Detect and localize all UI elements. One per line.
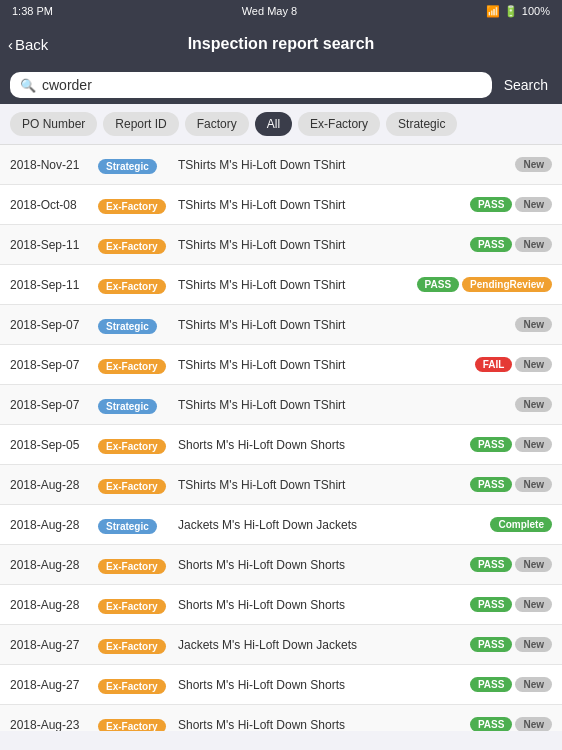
search-input[interactable]: [42, 77, 482, 93]
table-row[interactable]: 2018-Sep-07 Strategic TShirts M's Hi-Lof…: [0, 305, 562, 345]
row-badges: PASS New: [470, 717, 552, 731]
row-badges: PASS New: [470, 437, 552, 452]
row-desc: TShirts M's Hi-Loft Down TShirt: [174, 278, 417, 292]
table-row[interactable]: 2018-Aug-23 Ex-Factory Shorts M's Hi-Lof…: [0, 705, 562, 731]
tab-po-number[interactable]: PO Number: [10, 112, 97, 136]
result-badge: PASS: [470, 637, 513, 652]
table-row[interactable]: 2018-Nov-21 Strategic TShirts M's Hi-Lof…: [0, 145, 562, 185]
type-badge: Ex-Factory: [98, 279, 166, 294]
table-row[interactable]: 2018-Aug-27 Ex-Factory Jackets M's Hi-Lo…: [0, 625, 562, 665]
result-badge: PASS: [470, 717, 513, 731]
row-type: Ex-Factory: [98, 476, 174, 494]
table-row[interactable]: 2018-Aug-28 Ex-Factory TShirts M's Hi-Lo…: [0, 465, 562, 505]
row-date: 2018-Sep-07: [10, 318, 98, 332]
row-type: Ex-Factory: [98, 716, 174, 732]
status-badge: New: [515, 557, 552, 572]
type-badge: Strategic: [98, 319, 157, 334]
type-badge: Ex-Factory: [98, 359, 166, 374]
search-input-wrapper: 🔍: [10, 72, 492, 98]
row-badges: PASS New: [470, 237, 552, 252]
table-row[interactable]: 2018-Aug-28 Strategic Jackets M's Hi-Lof…: [0, 505, 562, 545]
row-desc: TShirts M's Hi-Loft Down TShirt: [174, 198, 470, 212]
status-badge: New: [515, 597, 552, 612]
row-badges: New: [515, 317, 552, 332]
table-row[interactable]: 2018-Sep-07 Ex-Factory TShirts M's Hi-Lo…: [0, 345, 562, 385]
row-type: Ex-Factory: [98, 236, 174, 254]
table-row[interactable]: 2018-Sep-05 Ex-Factory Shorts M's Hi-Lof…: [0, 425, 562, 465]
search-button[interactable]: Search: [500, 75, 552, 95]
row-date: 2018-Aug-28: [10, 478, 98, 492]
table-row[interactable]: 2018-Sep-11 Ex-Factory TShirts M's Hi-Lo…: [0, 225, 562, 265]
row-date: 2018-Aug-23: [10, 718, 98, 732]
battery-icon: 🔋: [504, 5, 518, 18]
page-title: Inspection report search: [188, 35, 375, 53]
row-type: Ex-Factory: [98, 196, 174, 214]
row-type: Ex-Factory: [98, 436, 174, 454]
row-date: 2018-Aug-28: [10, 598, 98, 612]
row-badges: Complete: [490, 517, 552, 532]
result-badge: PASS: [470, 197, 513, 212]
row-date: 2018-Sep-11: [10, 238, 98, 252]
row-desc: Jackets M's Hi-Loft Down Jackets: [174, 638, 470, 652]
row-date: 2018-Sep-07: [10, 398, 98, 412]
row-desc: Shorts M's Hi-Loft Down Shorts: [174, 678, 470, 692]
type-badge: Strategic: [98, 159, 157, 174]
tab-ex-factory[interactable]: Ex-Factory: [298, 112, 380, 136]
type-badge: Ex-Factory: [98, 599, 166, 614]
row-desc: TShirts M's Hi-Loft Down TShirt: [174, 478, 470, 492]
status-right: 📶 🔋 100%: [486, 5, 550, 18]
table-row[interactable]: 2018-Oct-08 Ex-Factory TShirts M's Hi-Lo…: [0, 185, 562, 225]
result-badge: PASS: [470, 677, 513, 692]
tab-factory[interactable]: Factory: [185, 112, 249, 136]
table-row[interactable]: 2018-Sep-11 Ex-Factory TShirts M's Hi-Lo…: [0, 265, 562, 305]
row-type: Strategic: [98, 316, 174, 334]
type-badge: Ex-Factory: [98, 719, 166, 732]
row-desc: Shorts M's Hi-Loft Down Shorts: [174, 718, 470, 732]
status-badge: New: [515, 157, 552, 172]
row-desc: Jackets M's Hi-Loft Down Jackets: [174, 518, 490, 532]
row-type: Ex-Factory: [98, 636, 174, 654]
table-row[interactable]: 2018-Sep-07 Strategic TShirts M's Hi-Lof…: [0, 385, 562, 425]
results-table: 2018-Nov-21 Strategic TShirts M's Hi-Lof…: [0, 145, 562, 731]
filter-tabs: PO Number Report ID Factory All Ex-Facto…: [0, 104, 562, 145]
row-desc: TShirts M's Hi-Loft Down TShirt: [174, 158, 515, 172]
row-date: 2018-Aug-27: [10, 678, 98, 692]
tab-report-id[interactable]: Report ID: [103, 112, 178, 136]
battery-level: 100%: [522, 5, 550, 17]
status-badge: New: [515, 717, 552, 731]
back-button[interactable]: ‹ Back: [8, 36, 48, 53]
row-date: 2018-Oct-08: [10, 198, 98, 212]
row-date: 2018-Aug-27: [10, 638, 98, 652]
row-desc: TShirts M's Hi-Loft Down TShirt: [174, 398, 515, 412]
status-badge: PendingReview: [462, 277, 552, 292]
result-badge: PASS: [470, 477, 513, 492]
table-row[interactable]: 2018-Aug-28 Ex-Factory Shorts M's Hi-Lof…: [0, 585, 562, 625]
row-date: 2018-Aug-28: [10, 558, 98, 572]
table-row[interactable]: 2018-Aug-27 Ex-Factory Shorts M's Hi-Lof…: [0, 665, 562, 705]
row-desc: Shorts M's Hi-Loft Down Shorts: [174, 438, 470, 452]
status-bar: 1:38 PM Wed May 8 📶 🔋 100%: [0, 0, 562, 22]
row-date: 2018-Sep-11: [10, 278, 98, 292]
result-badge: PASS: [470, 237, 513, 252]
row-desc: TShirts M's Hi-Loft Down TShirt: [174, 318, 515, 332]
type-badge: Ex-Factory: [98, 199, 166, 214]
row-badges: PASS New: [470, 677, 552, 692]
table-row[interactable]: 2018-Aug-28 Ex-Factory Shorts M's Hi-Lof…: [0, 545, 562, 585]
row-type: Strategic: [98, 516, 174, 534]
nav-header: ‹ Back Inspection report search: [0, 22, 562, 66]
row-badges: FAIL New: [475, 357, 552, 372]
type-badge: Ex-Factory: [98, 639, 166, 654]
row-desc: Shorts M's Hi-Loft Down Shorts: [174, 598, 470, 612]
tab-strategic[interactable]: Strategic: [386, 112, 457, 136]
row-type: Ex-Factory: [98, 596, 174, 614]
row-desc: TShirts M's Hi-Loft Down TShirt: [174, 238, 470, 252]
row-type: Strategic: [98, 396, 174, 414]
search-bar: 🔍 Search: [0, 66, 562, 104]
type-badge: Ex-Factory: [98, 239, 166, 254]
wifi-icon: 📶: [486, 5, 500, 18]
row-date: 2018-Aug-28: [10, 518, 98, 532]
tab-all[interactable]: All: [255, 112, 292, 136]
row-type: Ex-Factory: [98, 356, 174, 374]
status-badge: New: [515, 197, 552, 212]
search-icon: 🔍: [20, 78, 36, 93]
